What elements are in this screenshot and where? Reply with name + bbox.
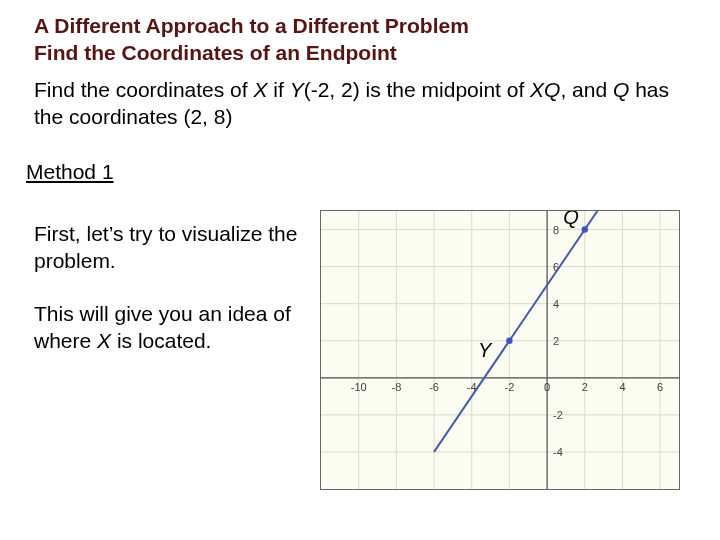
svg-text:4: 4 (553, 298, 559, 310)
text: (-2, 2) is the midpoint of (304, 78, 530, 101)
svg-text:0: 0 (544, 381, 550, 393)
var-xq: XQ (530, 78, 560, 101)
svg-text:4: 4 (619, 381, 625, 393)
svg-text:Y: Y (478, 339, 493, 361)
svg-point-33 (506, 338, 512, 344)
text: , and (560, 78, 613, 101)
svg-text:-6: -6 (429, 381, 439, 393)
coordinate-chart: -10-8-6-4-20246-4-22468YQ (320, 210, 680, 490)
svg-text:2: 2 (553, 335, 559, 347)
svg-text:-4: -4 (553, 446, 563, 458)
problem-statement: Find the coordinates of X if Y(-2, 2) is… (34, 76, 674, 131)
paragraph-idea: This will give you an idea of where X is… (34, 300, 314, 355)
var-y: Y (290, 78, 304, 101)
svg-text:8: 8 (553, 224, 559, 236)
svg-text:-2: -2 (553, 409, 563, 421)
heading-approach: A Different Approach to a Different Prob… (34, 12, 469, 39)
text: Find the coordinates of (34, 78, 253, 101)
svg-text:Q: Q (563, 211, 579, 228)
paragraph-visualize: First, let’s try to visualize the proble… (34, 220, 314, 275)
heading-task: Find the Coordinates of an Endpoint (34, 39, 397, 66)
text: if (267, 78, 289, 101)
var-q: Q (613, 78, 629, 101)
svg-point-35 (582, 226, 588, 232)
svg-text:-2: -2 (505, 381, 515, 393)
text: is located. (111, 329, 211, 352)
svg-text:6: 6 (657, 381, 663, 393)
svg-text:-10: -10 (351, 381, 367, 393)
method-heading: Method 1 (26, 160, 114, 184)
svg-text:-8: -8 (391, 381, 401, 393)
var-x: X (97, 329, 111, 352)
var-x: X (253, 78, 267, 101)
svg-text:2: 2 (582, 381, 588, 393)
